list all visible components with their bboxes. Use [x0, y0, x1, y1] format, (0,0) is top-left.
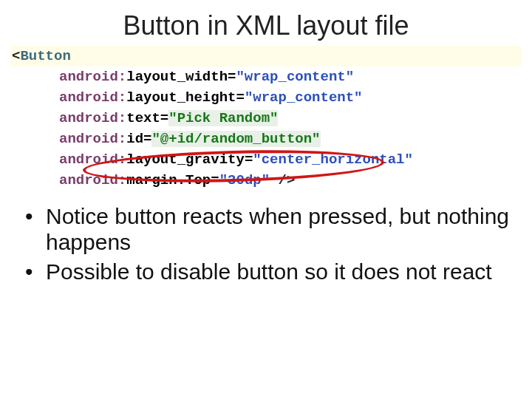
xml-sep: :: [118, 89, 126, 106]
xml-ns: android: [59, 172, 118, 188]
xml-sep: :: [118, 172, 126, 188]
xml-tag-name: Button: [20, 48, 70, 64]
close-tag: />: [270, 172, 295, 188]
xml-attr-value: "wrap_content": [245, 89, 363, 106]
bullet-text: Notice button reacts when pressed, but n…: [46, 204, 511, 255]
bullet-list: • Notice button reacts when pressed, but…: [21, 204, 511, 285]
bullet-item: • Notice button reacts when pressed, but…: [21, 204, 511, 255]
xml-attr-value: "wrap_content": [236, 69, 354, 85]
xml-attr-name: margin.Top: [126, 172, 211, 188]
xml-attr-value: "center_horizontal": [253, 151, 413, 168]
xml-eq: =: [160, 110, 168, 126]
code-line-open: <Button: [10, 46, 522, 66]
xml-attr-name: layout_width: [126, 69, 228, 85]
xml-ns: android: [59, 89, 118, 106]
xml-eq: =: [245, 151, 253, 168]
xml-attr-value: "30dp": [219, 172, 270, 188]
xml-attr-name: layout_height: [126, 89, 236, 106]
xml-ns: android: [59, 151, 118, 168]
open-bracket: <: [12, 48, 20, 64]
code-line-attr: android:id="@+id/random_button": [10, 129, 522, 149]
bullet-dot-icon: •: [21, 204, 46, 230]
xml-sep: :: [118, 151, 126, 168]
xml-eq: =: [228, 69, 236, 85]
code-line-attr: android:layout_height="wrap_content": [10, 87, 522, 108]
xml-attr-value: "Pick Random": [168, 110, 278, 126]
xml-sep: :: [118, 69, 126, 85]
xml-eq: =: [211, 172, 219, 188]
xml-ns: android: [59, 131, 118, 147]
xml-attr-name: text: [126, 110, 160, 126]
xml-attr-name: id: [126, 131, 143, 147]
xml-ns: android: [59, 69, 118, 85]
code-block: <Button android:layout_width="wrap_conte…: [10, 46, 522, 191]
xml-attr-value: "@+id/random_button": [151, 131, 320, 147]
xml-attr-name: layout_gravity: [126, 151, 245, 168]
xml-sep: :: [118, 131, 126, 147]
xml-eq: =: [143, 131, 151, 147]
code-line-attr: android:text="Pick Random": [10, 108, 522, 129]
code-line-attr-last: android:margin.Top="30dp" />: [10, 170, 522, 191]
xml-ns: android: [59, 110, 118, 126]
bullet-dot-icon: •: [21, 259, 46, 285]
bullet-text: Possible to disable button so it does no…: [46, 259, 511, 285]
code-line-attr: android:layout_gravity="center_horizonta…: [10, 149, 522, 170]
slide-title: Button in XML layout file: [0, 10, 532, 41]
bullet-item: • Possible to disable button so it does …: [21, 259, 511, 285]
xml-eq: =: [236, 89, 244, 106]
code-line-attr: android:layout_width="wrap_content": [10, 66, 522, 87]
xml-sep: :: [118, 110, 126, 126]
